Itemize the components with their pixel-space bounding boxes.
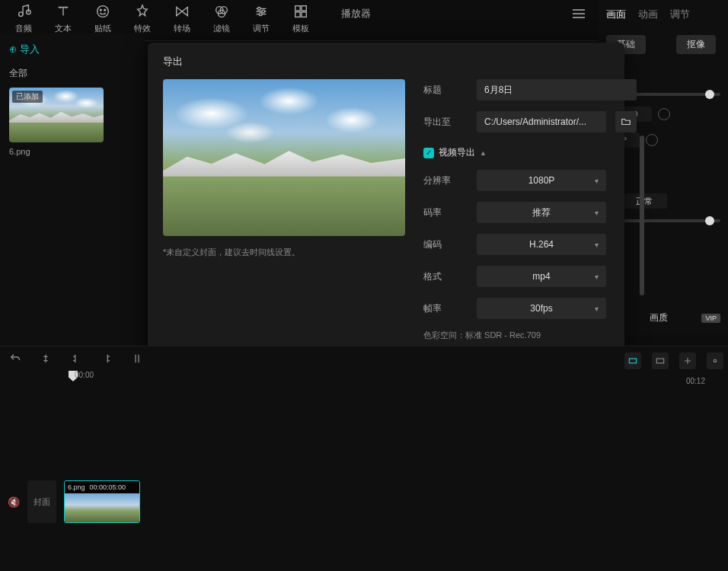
split-left-icon[interactable] (70, 352, 82, 365)
timeline-clip[interactable]: 6.png00:00:05:00 (64, 480, 140, 523)
svg-point-2 (97, 6, 109, 18)
codec-select[interactable]: H.264 (477, 234, 606, 255)
dialog-title: 导出 (163, 55, 609, 69)
svg-rect-11 (295, 6, 300, 11)
undo-icon[interactable] (9, 352, 21, 365)
bitrate-select[interactable]: 推荐 (477, 202, 606, 223)
tool-audio[interactable]: 音频 (15, 3, 32, 34)
timeline-tool-icon[interactable] (679, 352, 696, 369)
svg-rect-17 (656, 359, 663, 363)
format-select[interactable]: mp4 (477, 266, 606, 287)
cover-note: *未自定义封面，建议去时间线设置。 (163, 247, 405, 258)
reset-icon[interactable] (646, 134, 658, 146)
hamburger-icon[interactable] (573, 9, 585, 18)
added-badge: 已添加 (12, 91, 43, 103)
tool-effect[interactable]: 特效 (134, 3, 151, 34)
title-input[interactable] (477, 79, 637, 100)
svg-point-0 (19, 12, 23, 16)
svg-point-8 (257, 8, 260, 11)
tool-sticker[interactable]: 贴纸 (94, 3, 111, 34)
timeline-tool-icon[interactable] (652, 352, 669, 369)
tab-picture[interactable]: 画面 (606, 8, 626, 21)
tab-all[interactable]: 全部 (9, 67, 136, 80)
timeline-tool-icon[interactable] (624, 352, 641, 369)
svg-point-10 (259, 13, 262, 16)
cut-icon[interactable] (40, 352, 52, 365)
player-label: 播放器 (341, 7, 371, 21)
vip-badge: VIP (701, 314, 720, 323)
timeline: 00:00 00:12 🔇 封面 6.png00:00:05:00 (0, 346, 728, 571)
tool-transition[interactable]: 转场 (174, 3, 190, 34)
svg-rect-12 (302, 6, 306, 11)
scrollbar[interactable] (640, 136, 644, 295)
cover-slot[interactable]: 封面 (27, 480, 56, 523)
split-both-icon[interactable] (131, 352, 143, 365)
svg-point-18 (714, 359, 717, 362)
split-right-icon[interactable] (101, 352, 113, 365)
svg-point-9 (262, 10, 265, 13)
preview-image (163, 79, 405, 236)
mute-icon[interactable]: 🔇 (8, 496, 20, 508)
timeline-ruler[interactable]: 00:00 (69, 371, 728, 386)
tab-animation[interactable]: 动画 (638, 8, 658, 21)
checkbox-on-icon: ✓ (423, 148, 434, 158)
tool-filter[interactable]: 滤镜 (213, 3, 230, 34)
player-header: 播放器 (335, 3, 591, 24)
tab-adjust[interactable]: 调节 (670, 8, 690, 21)
import-button[interactable]: 导入 (9, 43, 136, 56)
reset-icon[interactable] (658, 108, 670, 120)
svg-point-4 (104, 9, 106, 11)
svg-rect-14 (302, 12, 306, 17)
media-panel: 导入 全部 已添加 6.png (0, 33, 145, 346)
video-export-section[interactable]: ✓ 视频导出▲ (423, 146, 637, 159)
timeline-end-time: 00:12 (686, 377, 705, 385)
media-thumbnail[interactable]: 已添加 (9, 88, 104, 142)
path-input[interactable] (477, 111, 606, 132)
resolution-select[interactable]: 1080P (477, 170, 606, 191)
svg-point-3 (100, 9, 101, 11)
tool-template[interactable]: 模板 (292, 3, 309, 34)
svg-rect-16 (629, 359, 636, 363)
fps-select[interactable]: 30fps (477, 298, 606, 319)
folder-icon[interactable] (615, 111, 637, 132)
colorspace-text: 色彩空间：标准 SDR - Rec.709 (423, 330, 637, 341)
thumbnail-name: 6.png (9, 147, 136, 156)
tool-adjust[interactable]: 调节 (253, 3, 270, 34)
subtab-matting[interactable]: 抠像 (676, 35, 716, 54)
timeline-tool-icon[interactable] (707, 352, 723, 369)
svg-rect-13 (295, 12, 300, 17)
tool-text[interactable]: 文本 (55, 3, 72, 34)
